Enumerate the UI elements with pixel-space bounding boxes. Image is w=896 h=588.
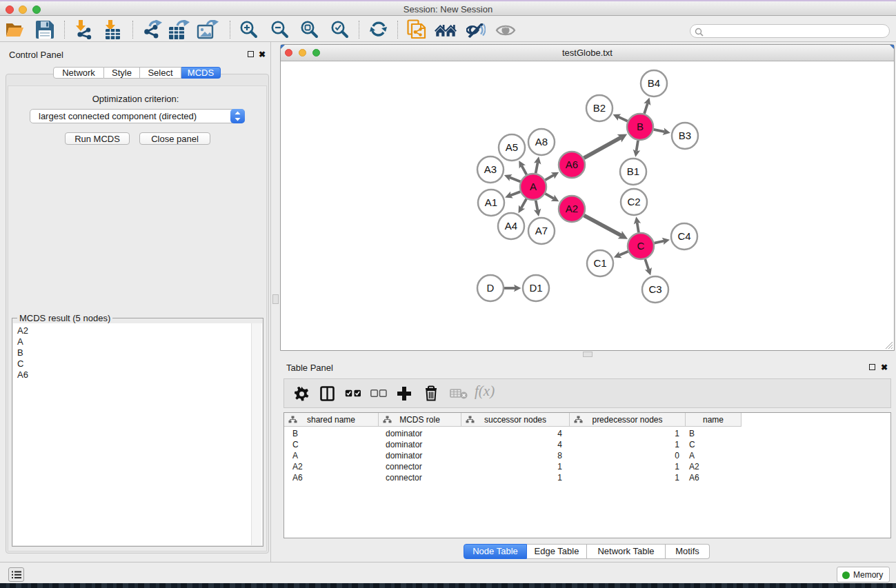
svg-text:A7: A7 — [535, 225, 548, 236]
svg-text:B3: B3 — [679, 130, 691, 141]
svg-text:C4: C4 — [677, 230, 690, 242]
svg-text:B: B — [637, 121, 644, 132]
svg-text:D: D — [487, 282, 495, 294]
svg-text:A4: A4 — [505, 220, 517, 232]
svg-text:B2: B2 — [593, 102, 606, 114]
svg-text:C2: C2 — [627, 196, 640, 207]
svg-text:A1: A1 — [485, 196, 497, 208]
svg-text:A2: A2 — [566, 203, 578, 214]
svg-text:A8: A8 — [535, 136, 548, 148]
svg-text:A5: A5 — [506, 141, 518, 153]
svg-text:A6: A6 — [566, 159, 578, 170]
svg-text:C: C — [637, 240, 645, 252]
svg-text:C1: C1 — [593, 257, 606, 269]
svg-text:B4: B4 — [648, 77, 660, 89]
svg-text:A3: A3 — [484, 163, 497, 175]
svg-text:A: A — [530, 181, 537, 192]
svg-text:D1: D1 — [529, 282, 542, 294]
svg-text:B1: B1 — [627, 165, 639, 177]
svg-text:C3: C3 — [648, 283, 661, 295]
